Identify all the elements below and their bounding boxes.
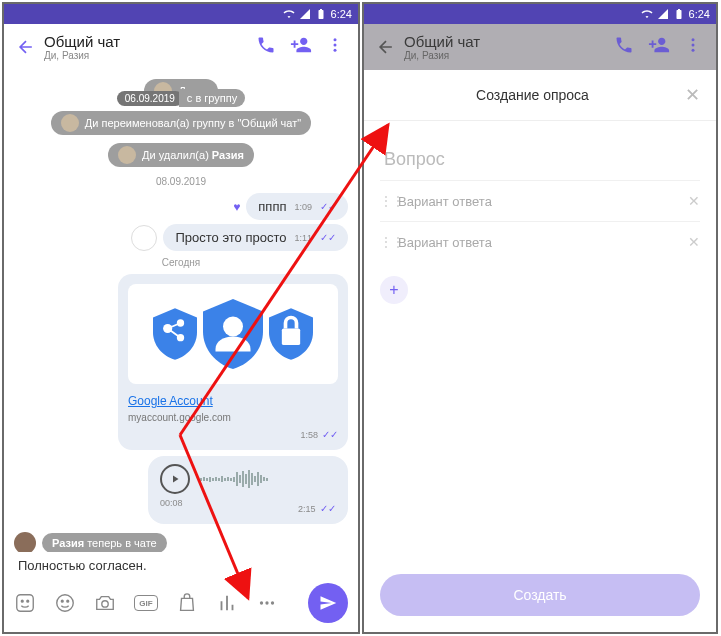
battery-icon xyxy=(673,8,685,20)
emoji-icon xyxy=(54,592,76,614)
status-bar: 6:24 xyxy=(4,4,358,24)
play-button[interactable] xyxy=(160,464,190,494)
sticker-button[interactable] xyxy=(14,592,36,614)
gif-button[interactable]: GIF xyxy=(134,595,158,611)
camera-icon xyxy=(94,592,116,614)
person-add-icon xyxy=(648,34,670,56)
svg-point-17 xyxy=(271,601,274,604)
date-separator: 08.09.2019 xyxy=(14,176,348,187)
suggestion-text[interactable]: Полностью согласен. xyxy=(4,552,358,579)
status-bar: 6:24 xyxy=(364,4,716,24)
camera-button[interactable] xyxy=(94,592,116,614)
message-out[interactable]: Просто это просто1:11✓✓ xyxy=(163,224,348,251)
svg-point-19 xyxy=(692,44,695,47)
chat-body[interactable]: Ди до 06.09.2019с в группу Ди переименов… xyxy=(4,70,358,552)
message-text: Просто это просто xyxy=(175,230,286,245)
svg-rect-7 xyxy=(282,329,300,346)
svg-point-2 xyxy=(334,49,337,52)
phone-icon xyxy=(256,35,276,55)
svg-point-16 xyxy=(265,601,268,604)
message-text: пппп xyxy=(258,199,286,214)
message-out[interactable]: пппп1:09✓✓ xyxy=(246,193,348,220)
option-input[interactable]: Вариант ответа xyxy=(398,235,688,250)
link-preview-image xyxy=(128,284,338,384)
back-button[interactable] xyxy=(12,37,40,57)
system-message: Ди переименовал(а) группу в "Общий чат" xyxy=(51,111,311,135)
menu-button[interactable] xyxy=(326,36,344,58)
more-vert-icon xyxy=(326,36,344,54)
chat-title: Общий чат xyxy=(44,33,256,50)
svg-point-10 xyxy=(27,600,29,602)
react-placeholder[interactable] xyxy=(131,225,157,251)
link-title: Google Account xyxy=(128,394,338,408)
add-person-button xyxy=(648,34,670,60)
system-message: Ди удалил(а) Разия xyxy=(108,143,254,167)
svg-point-11 xyxy=(57,595,74,612)
header-title-block[interactable]: Общий чат Ди, Разия xyxy=(40,33,256,61)
arrow-left-icon xyxy=(376,37,396,57)
heart-icon[interactable]: ♥ xyxy=(233,200,240,214)
emoji-button[interactable] xyxy=(54,592,76,614)
question-input[interactable]: Вопрос xyxy=(380,131,700,180)
poll-creation-sheet: Создание опроса ✕ Вопрос ⋮⋮ Вариант отве… xyxy=(364,70,716,632)
back-button xyxy=(372,37,400,57)
chat-subtitle: Ди, Разия xyxy=(404,50,614,61)
signal-icon xyxy=(657,8,669,20)
voice-message[interactable]: 00:082:15 ✓✓ xyxy=(148,456,348,524)
poll-title: Создание опроса xyxy=(380,87,685,103)
drag-handle-icon[interactable]: ⋮⋮ xyxy=(380,194,398,208)
message-time: 2:15 xyxy=(298,504,316,514)
option-input[interactable]: Вариант ответа xyxy=(398,194,688,209)
shield-icon xyxy=(203,299,263,369)
more-button[interactable] xyxy=(256,592,278,614)
signal-icon xyxy=(299,8,311,20)
message-time: 1:09 xyxy=(294,202,312,212)
drag-handle-icon[interactable]: ⋮⋮ xyxy=(380,235,398,249)
call-button xyxy=(614,35,634,59)
svg-point-6 xyxy=(223,317,243,337)
read-icon: ✓✓ xyxy=(322,429,338,440)
svg-rect-8 xyxy=(17,595,34,612)
remove-option-button[interactable]: ✕ xyxy=(688,234,700,250)
status-time: 6:24 xyxy=(689,8,710,20)
remove-option-button[interactable]: ✕ xyxy=(688,193,700,209)
close-button[interactable]: ✕ xyxy=(685,84,700,106)
shield-icon xyxy=(269,308,313,360)
link-url: myaccount.google.com xyxy=(128,412,338,423)
svg-point-1 xyxy=(334,44,337,47)
voice-duration: 00:08 xyxy=(160,498,183,516)
add-person-button[interactable] xyxy=(290,34,312,60)
poll-icon xyxy=(216,592,238,614)
waveform[interactable] xyxy=(200,469,336,489)
avatar xyxy=(61,114,79,132)
send-button[interactable] xyxy=(308,583,348,623)
wifi-icon xyxy=(283,8,295,20)
create-button[interactable]: Создать xyxy=(380,574,700,616)
arrow-left-icon xyxy=(16,37,36,57)
avatar xyxy=(118,146,136,164)
link-card[interactable]: Google Account myaccount.google.com 1:58… xyxy=(118,274,348,450)
svg-point-12 xyxy=(61,600,63,602)
phone-icon xyxy=(614,35,634,55)
shield-icon xyxy=(153,308,197,360)
svg-point-20 xyxy=(692,49,695,52)
read-icon: ✓✓ xyxy=(320,503,336,514)
send-icon xyxy=(319,594,337,612)
system-message: Разия теперь в чате xyxy=(14,532,348,552)
option-row: ⋮⋮ Вариант ответа ✕ xyxy=(380,221,700,262)
svg-point-14 xyxy=(102,601,108,607)
input-footer: Полностью согласен. GIF xyxy=(4,552,358,632)
more-vert-icon xyxy=(684,36,702,54)
call-button[interactable] xyxy=(256,35,276,59)
poll-button[interactable] xyxy=(216,592,238,614)
date-separator: Сегодня xyxy=(14,257,348,268)
message-time: 1:58 xyxy=(300,430,318,440)
add-option-button[interactable]: + xyxy=(380,276,408,304)
status-time: 6:24 xyxy=(331,8,352,20)
menu-button xyxy=(684,36,702,58)
read-icon: ✓✓ xyxy=(320,232,336,243)
attach-button[interactable] xyxy=(176,592,198,614)
read-icon: ✓✓ xyxy=(320,201,336,212)
svg-point-9 xyxy=(21,600,23,602)
svg-point-13 xyxy=(67,600,69,602)
